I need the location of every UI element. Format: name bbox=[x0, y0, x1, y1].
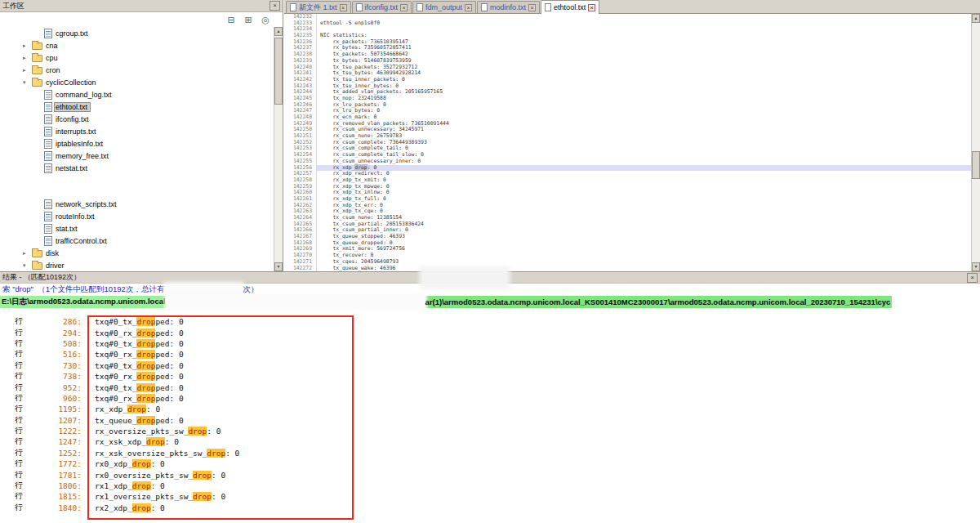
match-row[interactable]: 行738:txq#0_rx_dropped: 0 bbox=[0, 371, 980, 382]
row-content: rx0_oversize_pkts_sw_drop: 0 bbox=[95, 471, 225, 480]
chevron-right-icon[interactable]: ▸ bbox=[23, 55, 32, 61]
tree-scrollbar[interactable]: ▲ ▼ bbox=[274, 27, 283, 271]
editor-tab-modinfo-txt[interactable]: modinfo.txt× bbox=[477, 1, 540, 13]
scroll-up-icon[interactable]: ▲ bbox=[972, 14, 980, 23]
tree-item-driver[interactable]: ▾driver bbox=[0, 259, 274, 271]
close-tab-icon[interactable]: × bbox=[528, 4, 536, 11]
match-row[interactable]: 行952:txq#0_tx_dropped: 0 bbox=[0, 382, 980, 392]
tree-item-netstat-txt[interactable]: netstat.txt bbox=[0, 162, 274, 174]
file-icon bbox=[44, 114, 52, 124]
match-row[interactable]: 行1781:rx0_oversize_pkts_sw_drop: 0 bbox=[0, 469, 980, 480]
chevron-right-icon[interactable]: ▸ bbox=[23, 250, 32, 257]
expand-all-icon[interactable]: ⊞ bbox=[243, 16, 254, 25]
match-row[interactable]: 行1840:rx2_xdp_drop: 0 bbox=[0, 503, 980, 513]
match-row[interactable]: 行1252:rx_xsk_oversize_pkts_sw_drop: 0 bbox=[0, 448, 980, 458]
match-row[interactable]: 行1222:rx_oversize_pkts_sw_drop: 0 bbox=[0, 426, 980, 436]
match-row[interactable]: 行1806:rx1_xdp_drop: 0 bbox=[0, 481, 980, 491]
match-row[interactable]: 行508:txq#0_tx_dropped: 0 bbox=[0, 338, 980, 349]
match-row[interactable]: 行1772:rx0_xdp_drop: 0 bbox=[0, 458, 980, 469]
file-icon bbox=[44, 127, 52, 136]
summary-prefix: 索 "drop" （1个文件中匹配到10192次，总计有 bbox=[2, 284, 164, 295]
line-number: 142272 bbox=[284, 266, 317, 272]
close-tab-icon[interactable]: × bbox=[400, 4, 408, 11]
editor-scrollbar-thumb[interactable] bbox=[972, 151, 980, 179]
tree-item-iptablesinfo-txt[interactable]: iptablesInfo.txt bbox=[0, 137, 274, 150]
chevron-down-icon[interactable]: ▾ bbox=[23, 79, 32, 86]
row-line-label: 行 bbox=[0, 503, 26, 513]
chevron-right-icon[interactable]: ▸ bbox=[23, 42, 32, 49]
row-line-number: 516: bbox=[26, 350, 82, 359]
scroll-up-icon[interactable]: ▲ bbox=[274, 27, 283, 36]
workspace-toolbar: ⊟ ⊞ ◎ bbox=[0, 12, 283, 27]
match-row[interactable]: 行286:txq#0_tx_dropped: 0 bbox=[0, 316, 980, 327]
match-highlight: drop bbox=[136, 361, 155, 370]
scroll-down-icon[interactable]: ▼ bbox=[274, 262, 283, 271]
file-path-band: E:\日志\armod0523.odata.ncmp.unicom.locala… bbox=[0, 296, 892, 308]
tree-item-interrupts-txt[interactable]: interrupts.txt bbox=[0, 125, 274, 137]
editor-tab-ethtool-txt[interactable]: ethtool.txt× bbox=[541, 0, 599, 14]
editor-code-area[interactable]: 142232142233ethtool -S enp1s0f0142234142… bbox=[284, 14, 971, 271]
tree-item-command-log-txt[interactable]: command_log.txt bbox=[0, 88, 274, 101]
tree-item-memory-free-txt[interactable]: memory_free.txt bbox=[0, 150, 274, 162]
scroll-down-icon[interactable]: ▼ bbox=[972, 262, 980, 271]
match-highlight: drop bbox=[136, 416, 155, 425]
editor-tab-ifconfig-txt[interactable]: ifconfig.txt× bbox=[352, 1, 412, 13]
sync-with-editor-icon[interactable]: ◎ bbox=[260, 16, 271, 25]
code-line: 142262 rx_xdp_tx_err: 0 bbox=[284, 203, 971, 209]
row-content: tx_queue_dropped: 0 bbox=[95, 416, 184, 425]
tab-label: ethtool.txt bbox=[554, 3, 586, 11]
match-row[interactable]: 行1195:rx_xdp_drop: 0 bbox=[0, 404, 980, 414]
tree-item-ifconfig-txt[interactable]: ifconfig.txt bbox=[0, 113, 274, 125]
close-workspace-button[interactable]: × bbox=[270, 1, 280, 11]
tree-item-label: routeInfo.txt bbox=[55, 212, 97, 221]
match-row[interactable]: 行1247:rx_xsk_xdp_drop: 0 bbox=[0, 436, 980, 447]
results-header: 结果 - （匹配10192次） × bbox=[0, 272, 980, 284]
match-row[interactable]: 行1815:rx1_oversize_pkts_sw_drop: 0 bbox=[0, 491, 980, 502]
tree-item-cron[interactable]: ▸cron bbox=[0, 64, 274, 76]
workspace-titlebar: 工作区 × bbox=[0, 0, 283, 12]
tree-item-cpu[interactable]: ▸cpu bbox=[0, 51, 274, 64]
match-row[interactable]: 行1207:tx_queue_dropped: 0 bbox=[0, 415, 980, 426]
tab-label: ifconfig.txt bbox=[365, 3, 399, 11]
tree-item-network-scripts-txt[interactable]: network_scripts.txt bbox=[0, 198, 274, 210]
chevron-down-icon[interactable]: ▾ bbox=[23, 262, 32, 269]
tree-item-cycliccollection[interactable]: ▾cyclicCollection bbox=[0, 76, 274, 88]
row-line-number: 294: bbox=[26, 329, 82, 337]
match-highlight: drop bbox=[193, 492, 212, 501]
row-line-number: 508: bbox=[26, 339, 82, 348]
row-content: txq#0_tx_dropped: 0 bbox=[95, 317, 184, 326]
document-icon bbox=[356, 3, 363, 11]
tree-item-ethtool-txt[interactable]: ethtool.txt bbox=[0, 101, 274, 113]
tree-item-cna[interactable]: ▸cna bbox=[0, 39, 274, 51]
close-tab-icon[interactable]: × bbox=[465, 4, 472, 11]
tree-item-trafficcontrol-txt[interactable]: trafficControl.txt bbox=[0, 235, 274, 247]
code-line: 142233ethtool -S enp1s0f0 bbox=[284, 20, 971, 27]
chevron-right-icon[interactable]: ▸ bbox=[23, 67, 32, 74]
tree-item-label: disk bbox=[45, 249, 61, 257]
folder-icon bbox=[32, 250, 42, 257]
collapse-all-icon[interactable]: ⊟ bbox=[225, 16, 237, 25]
tree-item-stat-txt[interactable]: stat.txt bbox=[0, 222, 274, 235]
match-row[interactable]: 行294:txq#0_rx_dropped: 0 bbox=[0, 327, 980, 337]
tree-item-cgroup-txt[interactable]: cgroup.txt bbox=[0, 27, 274, 39]
close-tab-icon[interactable]: × bbox=[588, 4, 595, 11]
tree-item-routeinfo-txt[interactable]: routeInfo.txt bbox=[0, 210, 274, 222]
close-tab-icon[interactable]: × bbox=[340, 4, 347, 11]
match-row[interactable]: 行730:txq#0_tx_dropped: 0 bbox=[0, 360, 980, 371]
results-file-path-row[interactable]: E:\日志\armod0523.odata.ncmp.unicom.locala… bbox=[0, 295, 980, 309]
match-highlight: drop bbox=[136, 394, 155, 403]
tab-label: 新文件 1.txt bbox=[299, 2, 337, 13]
match-row[interactable]: 行516:txq#0_rx_dropped: 0 bbox=[0, 349, 980, 360]
tree-item-label: command_log.txt bbox=[55, 91, 114, 99]
code-line: 142234 bbox=[284, 26, 971, 33]
close-results-button[interactable]: × bbox=[967, 273, 978, 283]
editor-tab-1-txt[interactable]: 新文件 1.txt× bbox=[286, 1, 351, 13]
tree-item-disk[interactable]: ▸disk bbox=[0, 247, 274, 259]
tree-scrollbar-thumb[interactable] bbox=[274, 38, 283, 105]
editor-scrollbar[interactable]: ▲ ▼ bbox=[971, 14, 980, 271]
code-line: 142261 rx_xdp_tx_full: 0 bbox=[284, 196, 971, 203]
editor-tab-fdm-output[interactable]: fdm_output× bbox=[412, 1, 476, 13]
row-content: rx_xdp_drop: 0 bbox=[95, 405, 160, 413]
row-content: txq#0_rx_dropped: 0 bbox=[95, 372, 184, 381]
match-row[interactable]: 行960:txq#0_rx_dropped: 0 bbox=[0, 393, 980, 404]
